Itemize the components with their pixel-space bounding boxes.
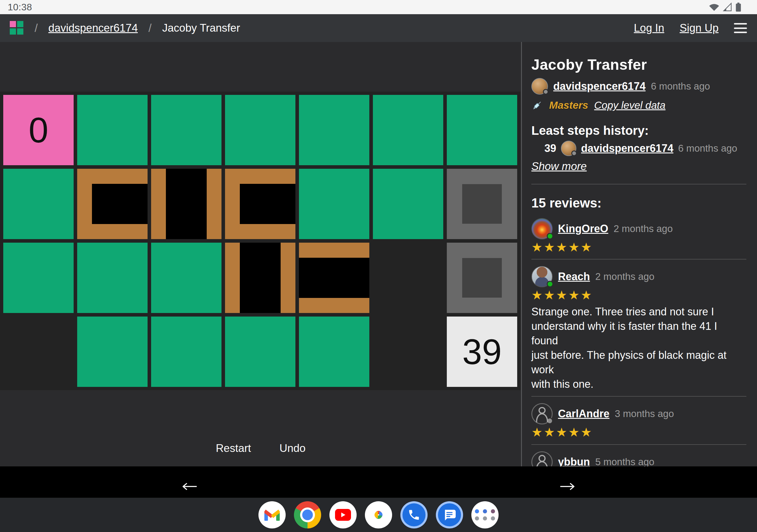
board-tile-frame-right[interactable] xyxy=(225,169,295,239)
board-tile-green[interactable] xyxy=(3,243,74,313)
youtube-icon[interactable] xyxy=(329,501,357,528)
reviewer-avatar[interactable] xyxy=(531,266,553,287)
author-avatar[interactable] xyxy=(531,78,548,95)
board-tile-green[interactable] xyxy=(225,95,295,165)
level-meta-row: Masters Copy level data xyxy=(531,99,746,111)
restart-button[interactable]: Restart xyxy=(216,442,251,455)
board-tile-empty xyxy=(373,316,443,387)
board-tile-green[interactable] xyxy=(77,95,148,165)
status-bar: 10:38 xyxy=(0,0,757,14)
reviews-heading: 15 reviews: xyxy=(531,184,746,210)
board-tile-gray-window[interactable] xyxy=(447,169,517,239)
board-tile-green[interactable] xyxy=(225,316,295,387)
messages-icon[interactable] xyxy=(436,501,463,528)
review-time: 2 months ago xyxy=(595,271,654,282)
status-dot xyxy=(571,150,577,156)
app-drawer-icon[interactable] xyxy=(471,501,499,528)
app-header: / davidspencer6174 / Jacoby Transfer Log… xyxy=(0,14,757,42)
least-steps-avatar[interactable] xyxy=(561,141,576,156)
level-info-panel: Jacoby Transfer davidspencer6174 6 month… xyxy=(522,42,757,466)
board-tile-green[interactable] xyxy=(373,95,443,165)
board-tile-stripes-v[interactable] xyxy=(151,169,222,239)
reviewer-username-link[interactable]: Reach xyxy=(558,270,590,283)
author-row: davidspencer6174 6 months ago xyxy=(531,78,746,95)
author-username-link[interactable]: davidspencer6174 xyxy=(553,80,646,93)
board-tile-stripes-h[interactable] xyxy=(299,243,369,313)
clock: 10:38 xyxy=(8,2,32,13)
reviewer-avatar[interactable] xyxy=(531,218,553,239)
breadcrumb-separator: / xyxy=(35,22,38,35)
breadcrumb-page-title: Jacoby Transfer xyxy=(162,22,240,34)
status-dot xyxy=(546,418,553,424)
tile-inner-square xyxy=(462,258,502,298)
reviewer-avatar[interactable] xyxy=(531,451,553,466)
review-text: Strange one. Three tries and not sure I … xyxy=(531,305,746,391)
board-tile-green[interactable] xyxy=(299,169,369,239)
forward-arrow-icon[interactable] xyxy=(560,483,575,490)
board-tile-stripes-v[interactable] xyxy=(225,243,295,313)
breadcrumb-separator: / xyxy=(148,22,152,35)
tile-number: 39 xyxy=(462,334,501,369)
board-tile-frame-right[interactable] xyxy=(77,169,148,239)
google-photos-icon[interactable] xyxy=(365,501,392,528)
status-dot xyxy=(543,89,549,95)
least-steps-time: 6 months ago xyxy=(678,143,737,154)
star-rating: ★★★★★ xyxy=(531,288,746,302)
star-rating: ★★★★★ xyxy=(531,426,746,439)
review-item: CarlAndre 3 months ago ★★★★★ xyxy=(531,396,746,444)
tile-number: 0 xyxy=(29,112,48,148)
undo-button[interactable]: Undo xyxy=(280,442,305,455)
reviewer-username-link[interactable]: KingOreO xyxy=(558,222,608,235)
board-tile-empty xyxy=(3,316,74,387)
wifi-icon xyxy=(709,2,720,12)
status-icons xyxy=(709,2,742,12)
phone-icon[interactable] xyxy=(400,501,428,528)
android-nav-bar xyxy=(0,466,757,498)
syringe-icon xyxy=(531,99,543,111)
star-rating: ★★★★★ xyxy=(531,241,746,254)
least-steps-heading: Least steps history: xyxy=(531,124,746,138)
copy-level-data-link[interactable]: Copy level data xyxy=(594,99,665,111)
game-controls: Restart Undo xyxy=(0,442,521,455)
board-tile-green[interactable] xyxy=(151,95,222,165)
reviewer-username-link[interactable]: ybbun xyxy=(558,456,590,466)
difficulty-badge: Masters xyxy=(549,99,588,111)
board-tile-gray-window[interactable] xyxy=(447,243,517,313)
site-logo-icon[interactable] xyxy=(10,21,24,35)
review-item: Reach 2 months ago ★★★★★ Strange one. Th… xyxy=(531,259,746,396)
status-dot xyxy=(547,281,553,287)
cell-signal-icon xyxy=(722,2,733,12)
battery-icon xyxy=(735,2,742,12)
least-steps-list: 39 davidspencer6174 6 months ago xyxy=(531,141,746,156)
hamburger-menu-icon[interactable] xyxy=(734,23,747,33)
reviews-list: KingOreO 2 months ago ★★★★★ Reach 2 mont… xyxy=(531,218,746,466)
least-steps-count: 39 xyxy=(544,142,556,155)
board-tile-green[interactable] xyxy=(3,169,74,239)
tile-notch xyxy=(240,184,295,224)
gmail-icon[interactable] xyxy=(258,501,286,528)
sign-up-link[interactable]: Sign Up xyxy=(680,22,718,34)
board-tile-white-number[interactable]: 39 xyxy=(447,316,517,387)
show-more-link[interactable]: Show more xyxy=(531,160,587,173)
reviewer-username-link[interactable]: CarlAndre xyxy=(558,408,609,420)
status-dot xyxy=(547,233,553,239)
board-tile-green[interactable] xyxy=(299,95,369,165)
log-in-link[interactable]: Log In xyxy=(634,22,664,34)
board-tile-green[interactable] xyxy=(77,243,148,313)
least-steps-username-link[interactable]: davidspencer6174 xyxy=(581,142,673,155)
app-dock xyxy=(0,498,757,532)
board-tile-green[interactable] xyxy=(447,95,517,165)
reviewer-avatar[interactable] xyxy=(531,403,553,425)
board-tile-green[interactable] xyxy=(299,316,369,387)
board-tile-pink-number[interactable]: 0 xyxy=(3,95,74,165)
board-tile-green[interactable] xyxy=(151,316,222,387)
breadcrumb-user-link[interactable]: davidspencer6174 xyxy=(48,22,138,34)
chrome-icon[interactable] xyxy=(294,501,321,528)
board-tile-empty xyxy=(373,243,443,313)
review-item: KingOreO 2 months ago ★★★★★ xyxy=(531,218,746,259)
board-tile-green[interactable] xyxy=(151,243,222,313)
board-tile-green[interactable] xyxy=(77,316,148,387)
board-tile-green[interactable] xyxy=(373,169,443,239)
back-arrow-icon[interactable] xyxy=(182,483,197,490)
puzzle-board: 039 xyxy=(3,95,517,387)
